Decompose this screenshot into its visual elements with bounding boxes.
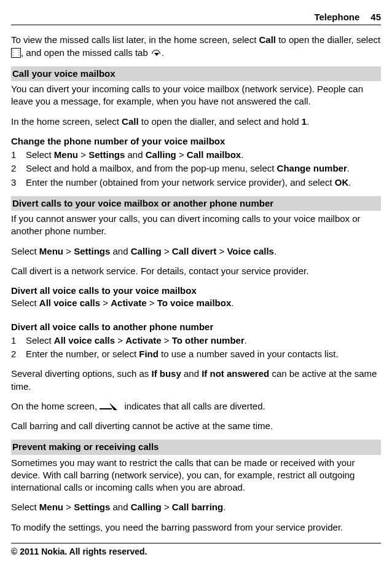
step-2: 2 Select and hold a mailbox, and from th… — [11, 162, 381, 175]
header-page-number: 45 — [370, 12, 381, 22]
subhead-divert-all-mailbox: Divert all voice calls to your voice mai… — [11, 285, 381, 297]
section-prevent-calls: Prevent making or receiving calls — [11, 440, 381, 454]
prevent-p3: To modify the settings, you need the bar… — [11, 521, 381, 534]
voicemail-p1: You can divert your incoming calls to yo… — [11, 83, 381, 108]
missed-calls-icon — [151, 48, 162, 58]
subhead-divert-all-other: Divert all voice calls to another phone … — [11, 321, 381, 333]
prevent-p2: Select Menu > Settings and Calling > Cal… — [11, 501, 381, 513]
options-p1: Several diverting options, such as If bu… — [11, 368, 381, 393]
step-3: 3 Enter the number (obtained from your n… — [11, 176, 381, 189]
prevent-p1: Sometimes you may want to restrict the c… — [11, 457, 381, 494]
step-other-1: 1 Select All voice calls > Activate > To… — [11, 334, 381, 347]
divert-all-mailbox-p1: Select All voice calls > Activate > To v… — [11, 297, 381, 309]
step-1: 1 Select Menu > Settings and Calling > C… — [11, 149, 381, 161]
intro-paragraph: To view the missed calls list later, in … — [11, 34, 381, 59]
section-divert-calls: Divert calls to your voice mailbox or an… — [11, 196, 381, 211]
voicemail-p2: In the home screen, select Call to open … — [11, 116, 381, 128]
subhead-change-number: Change the phone number of your voice ma… — [11, 135, 381, 148]
step-other-2: 2 Enter the number, or select Find to us… — [11, 348, 381, 360]
options-p3: Call barring and call diverting cannot b… — [11, 420, 381, 432]
page-header: Telephone45 — [11, 11, 381, 25]
options-p2: On the home screen, indicates that all c… — [11, 400, 381, 413]
page-content: Telephone45 To view the missed calls lis… — [0, 0, 392, 534]
divert-p3: Call divert is a network service. For de… — [11, 265, 381, 277]
divert-p2: Select Menu > Settings and Calling > Cal… — [11, 245, 381, 258]
options-icon: ⋮⋮ — [11, 48, 21, 58]
header-section: Telephone — [314, 12, 359, 22]
footer-copyright: © 2011 Nokia. All rights reserved. — [11, 543, 381, 558]
divert-indicator-icon — [100, 402, 122, 411]
section-call-voice-mailbox: Call your voice mailbox — [11, 66, 381, 81]
divert-p1: If you cannot answer your calls, you can… — [11, 213, 381, 238]
